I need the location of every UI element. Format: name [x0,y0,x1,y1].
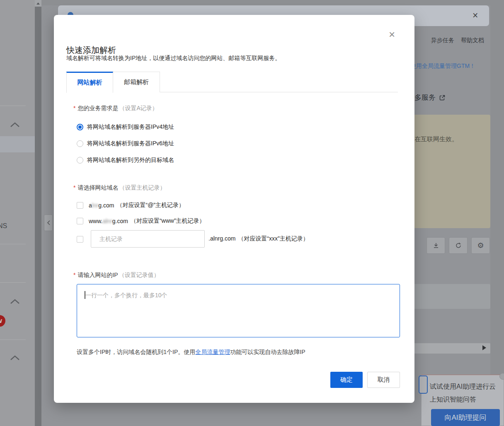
required-mark: * [73,272,75,278]
expand-bar[interactable] [413,343,490,354]
domain-suffix: .alnrg.com [208,235,235,242]
ai-launcher-icon[interactable] [419,375,428,394]
notice-panel [413,115,490,228]
radio-option-ipv6[interactable]: 将网站域名解析到服务器IPv6地址 [77,140,174,147]
download-button[interactable] [426,237,445,254]
chevron-left-icon [47,220,50,225]
quick-add-dns-modal: 快速添加解析 × 域名解析可将域名转换为IP地址，以便通过域名访问您的网站、邮箱… [54,15,414,403]
chevron-up-icon[interactable] [10,355,20,361]
page-top-strip [35,0,504,5]
domain-suffix: g.com [112,218,128,224]
domain-prefix: www. [89,218,102,224]
ip-textarea[interactable] [77,284,400,337]
label-text: 您的业务需求是 [78,105,118,111]
sidebar-selected-item[interactable] [0,136,35,152]
async-tasks-link[interactable]: 异步任务 [431,37,454,44]
gtm-promo-link[interactable]: 使用全局流量管理GTM！ [410,63,475,70]
scrollbar-up-button[interactable] [35,0,41,7]
sidebar-divider [0,339,26,340]
top-nav-links: 异步任务 帮助文档 [431,37,484,44]
gtm-feature-link[interactable]: 全局流量管理 [195,349,230,355]
note-text: 功能可以实现自动去除故障IP [230,349,305,355]
domain-note: （对应设置“www”主机记录） [131,217,205,225]
label-hint: （设置记录值） [119,272,160,278]
ask-ai-button[interactable]: 向AI助理提问 [431,409,500,426]
domain-masked: lnr [92,202,99,209]
host-record-input[interactable] [91,230,205,248]
text-cursor [85,291,85,299]
checkbox-icon[interactable] [77,236,83,243]
chevron-up-icon[interactable] [10,298,20,304]
chevron-up-icon[interactable] [10,122,20,128]
radio-label: 将网站域名解析到服务器IPv4地址 [87,123,174,131]
ip-note: 设置多个IP时，访问域名会随机到1个IP。使用全局流量管理功能可以实现自动去除故… [77,349,305,356]
note-text: 设置多个IP时，访问域名会随机到1个IP。使用 [77,349,195,355]
radio-icon[interactable] [77,140,83,147]
play-arrow-icon [482,345,487,351]
radio-label: 将网站域名解析到另外的目标域名 [87,156,174,164]
label-hint: （设置主机记录） [119,184,165,191]
domain-row-custom-checkbox[interactable] [77,236,89,243]
label-text: 请选择网站域名 [78,184,118,191]
refresh-button[interactable] [449,237,468,254]
ai-popup-close-icon[interactable] [499,373,504,380]
sidebar-divider [0,106,26,106]
external-link-icon [439,94,446,101]
notice-text: 会在互联网生效。 [408,135,458,143]
sidebar-background [0,0,35,426]
radio-icon[interactable] [77,157,83,164]
domain-select-label: *请选择网站域名（设置主机记录） [73,184,165,192]
domain-row-apex[interactable]: alnrg.com（对应设置“@”主机记录） [77,202,184,209]
tab-email-resolution[interactable]: 邮箱解析 [113,72,160,92]
sidebar-scrollbar[interactable] [35,7,41,426]
domain-note: （对应设置“xxx”主机记录） [238,235,308,242]
label-hint: （设置A记录） [119,105,158,111]
business-need-label: *您的业务需求是（设置A记录） [73,105,158,112]
modal-description: 域名解析可将域名转换为IP地址，以便通过域名访问您的网站、邮箱等互联网服务。 [66,55,281,62]
radio-selected-icon[interactable] [77,124,83,130]
sidebar-item-label: NS [0,222,7,230]
sidebar-divider [0,244,26,244]
ai-assistant-text: 试试使用AI助理进行云上知识智能问答 [430,380,501,406]
checkbox-icon[interactable] [77,202,83,209]
custom-domain-suffix: .alnrg.com（对应设置“xxx”主机记录） [208,235,309,243]
tab-bar: 网站解析 邮箱解析 [66,72,398,92]
download-icon [433,242,439,249]
sidebar-collapse-handle[interactable] [44,214,53,231]
refresh-icon [455,242,462,249]
settings-button[interactable]: ⚙ [471,237,490,254]
more-services-link[interactable]: 多服务 [414,93,446,102]
ip-input-label: *请输入网站的IP（设置记录值） [73,272,160,279]
domain-note: （对应设置“@”主机记录） [116,202,184,209]
background-card [413,284,490,309]
page-right-strip [490,0,504,426]
modal-close-icon[interactable]: × [389,29,395,40]
sidebar-divider [0,282,26,283]
required-mark: * [73,184,75,191]
radio-option-cname[interactable]: 将网站域名解析到另外的目标域名 [77,156,174,164]
help-docs-link[interactable]: 帮助文档 [461,37,484,44]
confirm-button[interactable]: 确定 [330,372,363,388]
modal-title: 快速添加解析 [66,45,116,56]
domain-masked: alnr [102,218,112,224]
domain-prefix: a [89,202,92,209]
label-text: 请输入网站的IP [78,272,118,278]
cancel-button[interactable]: 取消 [367,372,400,388]
radio-label: 将网站域名解析到服务器IPv6地址 [87,140,174,147]
domain-row-www[interactable]: www.alnrg.com（对应设置“www”主机记录） [77,217,205,225]
more-services-label: 多服务 [414,93,436,102]
checkbox-icon[interactable] [77,218,83,224]
banner-close-icon[interactable]: × [472,11,478,20]
tab-website-resolution[interactable]: 网站解析 [66,72,113,93]
gear-icon: ⚙ [477,242,484,249]
required-mark: * [73,105,75,111]
domain-suffix: g.com [98,202,114,209]
radio-option-ipv4[interactable]: 将网站域名解析到服务器IPv4地址 [77,123,174,131]
triangle-up-icon [36,2,40,5]
